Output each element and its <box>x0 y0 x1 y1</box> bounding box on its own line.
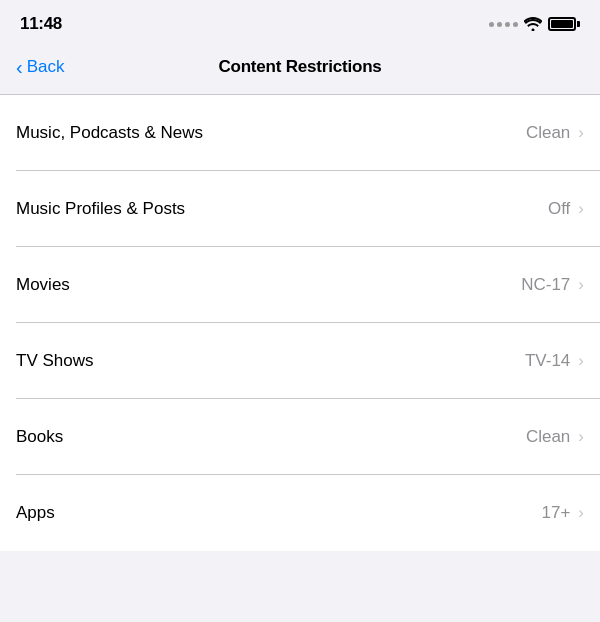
settings-item-value: Clean <box>526 123 570 143</box>
chevron-right-icon: › <box>578 351 584 371</box>
settings-item-value: 17+ <box>541 503 570 523</box>
navigation-bar: ‹ Back Content Restrictions <box>0 44 600 94</box>
status-time: 11:48 <box>20 14 62 34</box>
settings-item-right: TV-14 › <box>525 351 584 371</box>
settings-item-label: TV Shows <box>16 351 93 371</box>
wifi-icon <box>524 17 542 31</box>
settings-item-label: Music Profiles & Posts <box>16 199 185 219</box>
chevron-right-icon: › <box>578 427 584 447</box>
settings-item-right: NC-17 › <box>521 275 584 295</box>
settings-item-right: Clean › <box>526 123 584 143</box>
settings-item-movies[interactable]: Movies NC-17 › <box>0 247 600 323</box>
settings-item-value: TV-14 <box>525 351 570 371</box>
settings-item-value: NC-17 <box>521 275 570 295</box>
back-label: Back <box>27 57 65 77</box>
settings-item-music-podcasts-news[interactable]: Music, Podcasts & News Clean › <box>0 95 600 171</box>
back-button[interactable]: ‹ Back <box>16 57 64 77</box>
settings-item-right: Off › <box>548 199 584 219</box>
settings-item-right: Clean › <box>526 427 584 447</box>
settings-item-value: Clean <box>526 427 570 447</box>
settings-item-music-profiles-posts[interactable]: Music Profiles & Posts Off › <box>0 171 600 247</box>
chevron-right-icon: › <box>578 275 584 295</box>
chevron-right-icon: › <box>578 503 584 523</box>
settings-item-books[interactable]: Books Clean › <box>0 399 600 475</box>
settings-item-value: Off <box>548 199 570 219</box>
settings-item-label: Music, Podcasts & News <box>16 123 203 143</box>
chevron-right-icon: › <box>578 199 584 219</box>
status-icons <box>489 17 580 31</box>
back-chevron-icon: ‹ <box>16 57 23 77</box>
settings-item-label: Apps <box>16 503 55 523</box>
status-bar: 11:48 <box>0 0 600 44</box>
settings-item-apps[interactable]: Apps 17+ › <box>0 475 600 551</box>
page-title: Content Restrictions <box>218 57 381 77</box>
chevron-right-icon: › <box>578 123 584 143</box>
settings-item-label: Movies <box>16 275 70 295</box>
battery-icon <box>548 17 580 31</box>
settings-item-right: 17+ › <box>541 503 584 523</box>
settings-list: Music, Podcasts & News Clean › Music Pro… <box>0 95 600 551</box>
settings-item-label: Books <box>16 427 63 447</box>
signal-dots-icon <box>489 22 518 27</box>
settings-item-tv-shows[interactable]: TV Shows TV-14 › <box>0 323 600 399</box>
bottom-section <box>0 551 600 623</box>
